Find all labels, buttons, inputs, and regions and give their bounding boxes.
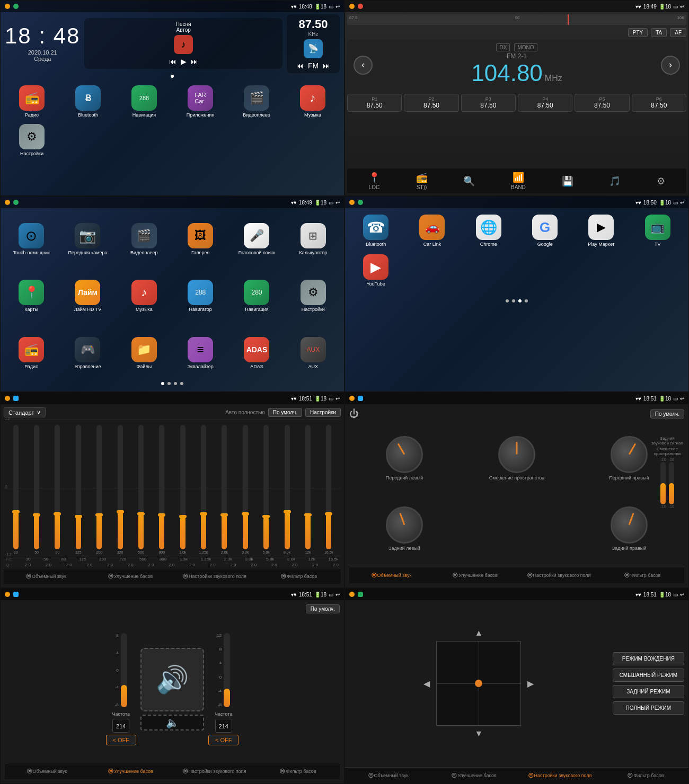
sound-default-btn[interactable]: По умолч. [650,409,684,418]
eq-track-1[interactable] [34,425,39,549]
bass-tab-surround[interactable]: ⊜ Объемный звук [5,763,89,779]
app-control[interactable]: 🎮 Управление [61,326,114,380]
wm-eq[interactable] [5,396,10,401]
knob-rr-circle[interactable] [611,506,648,544]
st-btn[interactable]: 📻ST)) [416,172,428,190]
af-btn[interactable]: AF [670,28,686,37]
app-video[interactable]: 🎬 Видеоплеер [118,212,171,266]
mode-mixed-btn[interactable]: СМЕШАННЫЙ РЕЖИМ [613,669,684,682]
eq-track-15[interactable] [326,425,331,549]
wm-a2[interactable] [349,200,355,205]
ta-btn[interactable]: TA [651,28,667,37]
pty-btn[interactable]: PTY [628,28,648,37]
app-calc[interactable]: ⊞ Калькулятор [287,212,340,266]
field-right-arrow[interactable]: ▶ [527,679,534,689]
sound-tab-surround[interactable]: ⊜ Объемный звук [349,567,433,583]
loc-btn[interactable]: 📍LOC [368,172,380,190]
power-btn[interactable]: ⏻ [349,408,359,420]
mode-rear-btn[interactable]: ЗАДНИЙ РЕЖИМ [613,685,684,698]
app-applications[interactable]: FARCar Приложения [173,83,227,120]
sound-tab-filter[interactable]: ⊜ Фильтр басов [600,567,684,583]
radio-next-btn[interactable]: › [661,56,680,75]
eq-track-3[interactable] [76,425,81,549]
field-tab-surround[interactable]: ⊜ Объемный звук [345,768,431,783]
knob-fr-circle[interactable] [611,436,648,473]
bass-right-off-btn[interactable]: < OFF [208,735,238,745]
app-chrome[interactable]: 🌐 Chrome [462,212,515,249]
eq-tab-field[interactable]: ⊜ Настройки звукового поля [172,568,257,584]
win-min[interactable] [5,4,10,9]
app-navigation2[interactable]: 280 Навигация [230,269,283,323]
eq-preset[interactable]: Стандарт ∨ [4,407,46,417]
app-settings[interactable]: ⚙ Настройки [5,122,59,158]
radio-prev-btn[interactable]: ‹ [354,56,373,75]
next-btn[interactable]: ⏭ [191,57,198,66]
app-carlink[interactable]: 🚗 Car Link [405,212,458,249]
back-f[interactable]: ↩ [680,592,684,598]
sound-tab-field[interactable]: ⊜ Настройки звукового поля [517,567,600,583]
app-gallery[interactable]: 🖼 Галерея [174,212,227,266]
eq-track-6[interactable] [138,425,144,549]
eq-track-13[interactable] [285,425,290,549]
field-tab-bass[interactable]: ⊜ Улучшение басов [431,768,517,783]
app-playstore[interactable]: ▶ Play Маркет [575,212,628,249]
win-home-btn[interactable] [13,4,19,9]
field-left-arrow[interactable]: ◀ [423,679,430,689]
back-s[interactable]: ↩ [680,396,684,402]
fader-2-track[interactable] [669,462,674,504]
radio-next[interactable]: ⏭ [323,61,330,70]
preset-6[interactable]: P6 87.50 [632,94,686,112]
back-eq[interactable]: ↩ [335,396,340,402]
eq-tab-surround[interactable]: ⊜ Объемный звук [4,568,88,584]
app-settings2[interactable]: ⚙ Настройки [287,269,340,323]
eq-tab-bass[interactable]: ⊜ Улучшение басов [88,568,172,584]
knob-c-circle[interactable] [498,436,535,473]
eq-track-11[interactable] [243,425,248,549]
preset-1[interactable]: P1 87.50 [347,94,402,112]
preset-4[interactable]: P4 87.50 [518,94,572,112]
wm-f[interactable] [349,592,355,597]
app-maps[interactable]: 📍 Карты [5,269,58,323]
app-music[interactable]: ♪ Музыка [286,83,340,120]
field-tab-field[interactable]: ⊜ Настройки звукового поля [517,768,603,783]
eq-track-4[interactable] [96,425,102,549]
app-limetv[interactable]: Лайм Лайм HD TV [61,269,114,323]
bass-right-track[interactable] [224,633,230,707]
eq-track-10[interactable] [222,425,227,549]
eq-track-7[interactable] [159,425,164,549]
fader-1-track[interactable] [660,462,666,504]
app-equalizer[interactable]: ≡ Эквалайзер [174,326,227,380]
mode-driving-btn[interactable]: РЕЖИМ ВОЖДЕНИЯ [613,652,684,665]
eq-settings-btn[interactable]: Настройки [305,408,341,417]
app-voice[interactable]: 🎤 Голосовой поиск [230,212,283,266]
bass-tab-filter[interactable]: ⊜ Фильтр басов [256,763,340,779]
app-front-cam[interactable]: 📷 Передняя камера [61,212,114,266]
bass-left-off-btn[interactable]: < OFF [106,735,136,745]
field-up-arrow[interactable]: ▲ [474,628,483,638]
knob-fl-circle[interactable] [386,436,423,473]
preset-3[interactable]: P3 87.50 [461,94,516,112]
sound-tab-bass[interactable]: ⊜ Улучшение басов [433,567,517,583]
mode-full-btn[interactable]: ПОЛНЫЙ РЕЖИМ [613,701,684,715]
eq-track-9[interactable] [201,425,206,549]
eq-default-btn[interactable]: По умолч. [268,408,302,417]
back-r[interactable]: ↩ [680,4,684,10]
back-icon[interactable]: ↩ [335,4,340,10]
back-a2[interactable]: ↩ [680,200,684,206]
preset-2[interactable]: P2 87.50 [404,94,458,112]
wm-s[interactable] [349,396,355,401]
app-touch[interactable]: ⊙ Touch-помощник [5,212,58,266]
app-files[interactable]: 📁 Файлы [118,326,171,380]
bass-default-btn[interactable]: По умолч. [306,604,340,613]
band-btn[interactable]: 📶BAND [511,172,526,190]
app-bt2[interactable]: ☎ Bluetooth [349,212,402,249]
app-navigation[interactable]: 288 Навигация [117,83,171,120]
field-tab-filter[interactable]: ⊜ Фильтр басов [603,768,688,783]
preset-5[interactable]: P5 87.50 [575,94,629,112]
music-btn[interactable]: 🎵 [609,175,621,187]
eq-track-8[interactable] [180,425,186,549]
play-btn[interactable]: ▶ [181,57,187,66]
bass-tab-field[interactable]: ⊜ Настройки звукового поля [172,763,256,779]
eq-track-14[interactable] [305,425,311,549]
app-radio2[interactable]: 📻 Радио [5,326,58,380]
